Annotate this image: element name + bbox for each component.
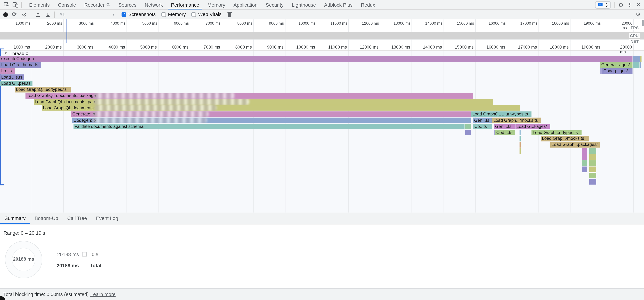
overview-cpu-activity-band[interactable] <box>0 32 644 39</box>
flame-bar-sliver[interactable] <box>519 136 520 141</box>
profile-select-value[interactable]: #1 <box>60 12 65 17</box>
flame-bar-sliver[interactable] <box>633 56 640 62</box>
flame-bar[interactable]: Load Grap.../mocks.ts <box>541 136 589 141</box>
flame-bar-sliver[interactable] <box>589 167 596 172</box>
more-options-kebab-icon[interactable]: ⋮ <box>627 2 633 7</box>
flame-bar[interactable]: Load GraphQL ...urn-types.ts <box>471 111 532 117</box>
summary-tab-bar: SummaryBottom-UpCall TreeEvent Log <box>0 213 644 224</box>
overview-marker-line[interactable] <box>66 19 67 43</box>
flame-bar[interactable]: Load GraphQL documents: pac <box>34 99 493 105</box>
lane-label-fps: FPS <box>630 25 640 30</box>
checkbox-screenshots[interactable]: ✓Screenshots <box>122 12 156 17</box>
flame-bar-sliver[interactable] <box>582 167 587 172</box>
flame-bar-sliver[interactable] <box>589 148 596 154</box>
ruler-tick-label: 2000 ms <box>45 45 63 49</box>
flame-bar[interactable]: executeCodegen <box>0 56 632 62</box>
ruler-tick-label: 12000 ms <box>360 45 380 49</box>
flame-bar-sliver[interactable] <box>589 160 596 166</box>
reload-and-record-icon[interactable]: ⟳ <box>11 11 18 18</box>
donut-total-label: 20188 ms <box>4 256 43 261</box>
flame-bar-sliver[interactable] <box>465 124 471 129</box>
flame-bar[interactable]: Codegen: p <box>72 117 471 123</box>
flame-bar[interactable]: Generate: p <box>71 111 471 117</box>
issues-badge[interactable]: 3 <box>595 1 610 9</box>
clear-icon[interactable]: ⊘ <box>21 11 28 18</box>
flame-bar[interactable]: Load Gra...hema.ts <box>0 62 41 68</box>
profile-dropdown-arrow-icon[interactable]: ▾ <box>113 13 114 16</box>
screenshots-checkbox-box[interactable]: ✓ <box>122 12 126 17</box>
flame-bar[interactable]: Codeg...ges/ <box>602 68 632 74</box>
flame-bar-sliver[interactable] <box>519 130 520 135</box>
tab-security[interactable]: Security <box>262 0 288 10</box>
tab-recorder[interactable]: Recorder⚗ <box>80 0 114 10</box>
flame-bar[interactable]: Genera...ages/ <box>600 62 632 68</box>
flame-bar[interactable]: Load Graph...n-types.ts <box>532 130 582 135</box>
summary-tab-bottom-up[interactable]: Bottom-Up <box>30 213 63 224</box>
flame-bar-sliver[interactable] <box>600 68 602 74</box>
memory-checkbox-box[interactable] <box>161 12 166 17</box>
flame-bar[interactable]: Load G...kages/ <box>515 124 550 129</box>
flame-bar-sliver[interactable] <box>582 154 587 160</box>
flame-bar[interactable]: Load GraphQL documents: package <box>25 93 473 99</box>
flame-bar-sliver[interactable] <box>633 62 639 68</box>
tab-console[interactable]: Console <box>54 0 80 10</box>
flame-bar[interactable]: Co...ts <box>473 124 492 129</box>
summary-tab-event-log[interactable]: Event Log <box>92 213 123 224</box>
device-toolbar-icon[interactable] <box>12 2 18 8</box>
legend-swatch-idle <box>82 252 86 256</box>
flame-bar-sliver[interactable] <box>519 148 520 154</box>
tab-application[interactable]: Application <box>229 0 262 10</box>
flame-bar-sliver[interactable] <box>589 173 596 178</box>
flame-bar-sliver[interactable] <box>589 179 596 184</box>
collapse-triangle-icon[interactable]: ▼ <box>4 52 7 55</box>
overview-scrollbar-thumb[interactable] <box>642 20 644 27</box>
flame-bar-sliver[interactable] <box>582 160 587 166</box>
flame-bar[interactable]: Gen...ts <box>473 117 492 123</box>
summary-tab-summary[interactable]: Summary <box>0 213 30 224</box>
flame-bar-sliver[interactable] <box>589 154 596 160</box>
tab-redux[interactable]: Redux <box>357 0 379 10</box>
tab-elements[interactable]: Elements <box>25 0 54 10</box>
settings-gear-icon[interactable]: ⚙ <box>618 2 624 8</box>
flame-bar-sliver[interactable] <box>582 148 587 154</box>
flame-bar[interactable]: Cod....ts <box>495 130 515 135</box>
tab-sources[interactable]: Sources <box>114 0 140 10</box>
flame-bar[interactable]: Load GraphQ...ed/types.ts <box>15 87 70 92</box>
flame-bar[interactable]: Load G...pes.ts <box>0 81 32 86</box>
tab-network[interactable]: Network <box>140 0 167 10</box>
delete-recording-icon[interactable] <box>226 11 233 18</box>
flame-bar[interactable]: Lo...s <box>0 68 14 74</box>
flame-bar-sliver[interactable] <box>494 130 495 135</box>
learn-more-link[interactable]: Learn more <box>90 291 116 297</box>
flame-bar[interactable]: Gen....ts <box>494 124 515 129</box>
overview-tick-label: 13000 ms <box>394 21 412 26</box>
thread-header[interactable]: ▼ Thread 0 <box>4 51 28 56</box>
load-profile-icon[interactable] <box>34 11 41 18</box>
tab-adblock-plus[interactable]: Adblock Plus <box>320 0 357 10</box>
flame-bar-sliver[interactable] <box>465 130 471 135</box>
flame-bar-sliver[interactable] <box>640 56 641 62</box>
flame-bar-sliver[interactable] <box>640 62 641 68</box>
tab-memory[interactable]: Memory <box>204 0 230 10</box>
toolbar-checkboxes: ✓ScreenshotsMemoryWeb Vitals <box>122 12 222 17</box>
capture-settings-gear-icon[interactable]: ⚙ <box>636 12 641 17</box>
lane-label-net: NET <box>629 39 640 44</box>
save-profile-icon[interactable] <box>44 11 51 18</box>
flame-bar-sliver[interactable] <box>519 142 520 148</box>
tab-performance[interactable]: Performance <box>167 0 204 10</box>
summary-tab-call-tree[interactable]: Call Tree <box>63 213 92 224</box>
flame-bar[interactable]: Validate documents against schema <box>73 124 464 129</box>
checkbox-web-vitals[interactable]: Web Vitals <box>192 12 222 17</box>
inspect-element-icon[interactable] <box>3 2 10 8</box>
selection-bracket-bottom[interactable] <box>0 184 4 185</box>
close-devtools-icon[interactable]: ✕ <box>636 2 641 7</box>
flame-bar[interactable]: Load ...s.ts <box>0 75 24 80</box>
flame-bar[interactable]: Load Graph.../mocks.ts <box>492 117 541 123</box>
checkbox-memory[interactable]: Memory <box>161 12 186 17</box>
flame-bar[interactable]: Load Graph...packages/ <box>550 142 600 148</box>
overview-tick-label: 7000 ms <box>206 21 222 26</box>
flame-bar[interactable]: Load GraphQL documents: <box>42 105 520 111</box>
tab-lighthouse[interactable]: Lighthouse <box>288 0 320 10</box>
web-vitals-checkbox-box[interactable] <box>192 12 196 17</box>
record-button[interactable] <box>3 12 8 17</box>
